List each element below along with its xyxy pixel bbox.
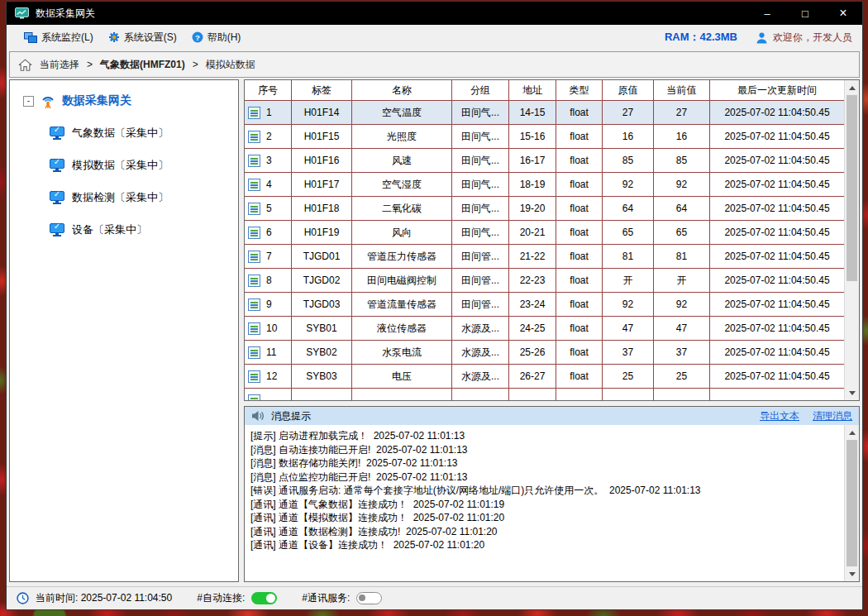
arrow-up-icon bbox=[849, 427, 856, 435]
comm-service-toggle[interactable] bbox=[356, 592, 382, 604]
table-row-partial[interactable] bbox=[245, 389, 845, 401]
cell-updated: 2025-07-02 11:04:50.45 bbox=[710, 101, 845, 125]
tree-item-data-detection[interactable]: 数据检测〔采集中〕 bbox=[10, 189, 238, 207]
tree-item-weather-data[interactable]: 气象数据〔采集中〕 bbox=[10, 124, 238, 142]
message-panel-header: 消息提示 导出文本 清理消息 bbox=[245, 407, 859, 425]
scroll-thumb[interactable] bbox=[847, 95, 857, 281]
log-line: [通讯] 通道【数据检测】连接成功! 2025-07-02 11:01:20 bbox=[250, 525, 841, 539]
scroll-down-button[interactable] bbox=[845, 387, 859, 400]
export-text-link[interactable]: 导出文本 bbox=[760, 409, 799, 423]
col-header-current[interactable]: 当前值 bbox=[654, 80, 710, 101]
cell-group: 水源及... bbox=[452, 317, 509, 341]
breadcrumb-item-station[interactable]: 模拟站数据 bbox=[206, 58, 255, 72]
cell-name: 光照度 bbox=[352, 125, 452, 149]
table-row[interactable]: 6 H01F19 风向 田间气... 20-21 float 65 65 202… bbox=[245, 221, 845, 245]
log-line: [消息] 数据存储功能关闭! 2025-07-02 11:01:13 bbox=[250, 456, 841, 470]
point-icon bbox=[248, 203, 260, 215]
clear-messages-link[interactable]: 清理消息 bbox=[813, 409, 852, 423]
col-header-group[interactable]: 分组 bbox=[452, 80, 509, 101]
menu-system-monitor[interactable]: 系统监控(L) bbox=[17, 27, 101, 48]
cell-updated: 2025-07-02 11:04:50.45 bbox=[710, 245, 845, 269]
cell-type: float bbox=[556, 101, 603, 125]
cell-current: 25 bbox=[654, 365, 710, 389]
scroll-thumb[interactable] bbox=[847, 440, 857, 566]
cell-tag: TJGD02 bbox=[292, 269, 352, 293]
scroll-down-button[interactable] bbox=[845, 568, 859, 581]
log-line: [通讯] 通道【设备】连接成功！ 2025-07-02 11:01:20 bbox=[250, 538, 841, 552]
cell-tag: TJGD01 bbox=[292, 245, 352, 269]
log-line: [消息] 点位监控功能已开启! 2025-07-02 11:01:13 bbox=[250, 470, 841, 485]
col-header-type[interactable]: 类型 bbox=[556, 80, 603, 101]
cell-group: 田间气... bbox=[452, 197, 509, 221]
col-header-tag[interactable]: 标签 bbox=[292, 80, 352, 101]
breadcrumb-item-channel[interactable]: 气象数据(HMFZ01) bbox=[100, 58, 185, 72]
table-row[interactable]: 5 H01F18 二氧化碳 田间气... 19-20 float 64 64 2… bbox=[245, 197, 845, 221]
cell-group: 田间气... bbox=[452, 173, 509, 197]
home-icon[interactable] bbox=[18, 59, 32, 71]
table-row[interactable]: 8 TJGD02 田间电磁阀控制 田间管... 22-23 float 开 开 … bbox=[245, 269, 845, 293]
minimize-button[interactable]: – bbox=[748, 2, 786, 25]
cell-type: float bbox=[556, 221, 603, 245]
tree-collapse-toggle[interactable]: - bbox=[23, 96, 34, 107]
table-scrollbar[interactable] bbox=[844, 80, 859, 400]
monitor-check-icon bbox=[50, 191, 64, 204]
current-time: 当前时间: 2025-07-02 11:04:50 bbox=[36, 591, 172, 605]
cell-group: 田间管... bbox=[452, 269, 509, 293]
monitor-windows-icon bbox=[24, 32, 37, 43]
cell-seq: 5 bbox=[266, 203, 272, 214]
table-row[interactable]: 11 SYB02 水泵电流 水源及... 25-26 float 37 37 2… bbox=[245, 341, 845, 365]
monitor-check-icon bbox=[50, 223, 64, 236]
menu-system-settings[interactable]: 系统设置(S) bbox=[101, 27, 184, 48]
message-scrollbar[interactable] bbox=[844, 425, 859, 581]
breadcrumb-separator: > bbox=[87, 59, 93, 70]
title-bar[interactable]: 数据采集网关 – □ × bbox=[7, 2, 862, 25]
col-header-raw[interactable]: 原值 bbox=[603, 80, 654, 101]
tree-item-device[interactable]: 设备〔采集中〕 bbox=[10, 221, 238, 239]
cell-seq: 12 bbox=[266, 370, 277, 382]
cell-tag: H01F16 bbox=[292, 149, 352, 173]
cell-name: 风速 bbox=[352, 149, 452, 173]
cell-current: 85 bbox=[654, 149, 710, 173]
table-row[interactable]: 4 H01F17 空气湿度 田间气... 18-19 float 92 92 2… bbox=[245, 173, 845, 197]
col-header-address[interactable]: 地址 bbox=[509, 80, 556, 101]
cell-name: 水泵电流 bbox=[352, 341, 452, 365]
auto-connect-toggle[interactable] bbox=[251, 592, 277, 604]
col-header-seq[interactable]: 序号 bbox=[245, 80, 292, 101]
cell-current: 92 bbox=[654, 293, 710, 317]
maximize-button[interactable]: □ bbox=[786, 2, 824, 25]
cell-address: 21-22 bbox=[509, 245, 556, 269]
tree-item-label: 设备〔采集中〕 bbox=[72, 222, 147, 237]
cell-name: 管道流量传感器 bbox=[352, 293, 452, 317]
table-row[interactable]: 1 H01F14 空气温度 田间气... 14-15 float 27 27 2… bbox=[245, 101, 845, 125]
main-area: - 数据采集网关 气象数据〔采集中〕 模拟数据〔采集中〕 数据检测〔采集中〕 bbox=[7, 79, 862, 586]
cell-group: 田间气... bbox=[452, 125, 509, 149]
cell-seq: 3 bbox=[266, 155, 272, 166]
cell-group: 田间气... bbox=[452, 221, 509, 245]
cell-raw: 27 bbox=[603, 101, 654, 125]
table-row[interactable]: 7 TJGD01 管道压力传感器 田间管... 21-22 float 81 8… bbox=[245, 245, 845, 269]
table-row[interactable]: 2 H01F15 光照度 田间气... 15-16 float 16 16 20… bbox=[245, 125, 845, 149]
close-button[interactable]: × bbox=[824, 2, 862, 25]
cell-tag: H01F19 bbox=[292, 221, 352, 245]
cell-tag: H01F14 bbox=[292, 101, 352, 125]
tree-root-label[interactable]: 数据采集网关 bbox=[62, 93, 131, 108]
cell-seq: 10 bbox=[266, 322, 277, 334]
menu-label: 系统监控(L) bbox=[41, 31, 93, 45]
menu-help[interactable]: ? 帮助(H) bbox=[184, 27, 249, 48]
scroll-up-button[interactable] bbox=[845, 425, 859, 438]
cell-name: 田间电磁阀控制 bbox=[352, 269, 452, 293]
col-header-name[interactable]: 名称 bbox=[352, 80, 452, 101]
scroll-up-button[interactable] bbox=[845, 80, 859, 93]
col-header-updated[interactable]: 最后一次更新时间 bbox=[710, 80, 845, 101]
point-icon bbox=[248, 251, 260, 263]
cell-type: float bbox=[556, 125, 603, 149]
tree-item-simulation-data[interactable]: 模拟数据〔采集中〕 bbox=[10, 156, 238, 174]
cell-group: 水源及... bbox=[452, 365, 509, 389]
table-row[interactable]: 9 TJGD03 管道流量传感器 田间管... 23-24 float 92 9… bbox=[245, 293, 845, 317]
cell-seq: 2 bbox=[266, 131, 272, 142]
table-row[interactable]: 12 SYB03 电压 水源及... 26-27 float 25 25 202… bbox=[245, 365, 845, 389]
table-row[interactable]: 10 SYB01 液位传感器 水源及... 24-25 float 47 47 … bbox=[245, 317, 845, 341]
table-row[interactable]: 3 H01F16 风速 田间气... 16-17 float 85 85 202… bbox=[245, 149, 845, 173]
tree-root[interactable]: - 数据采集网关 bbox=[10, 92, 238, 110]
comm-service-label: #通讯服务: bbox=[302, 591, 350, 605]
